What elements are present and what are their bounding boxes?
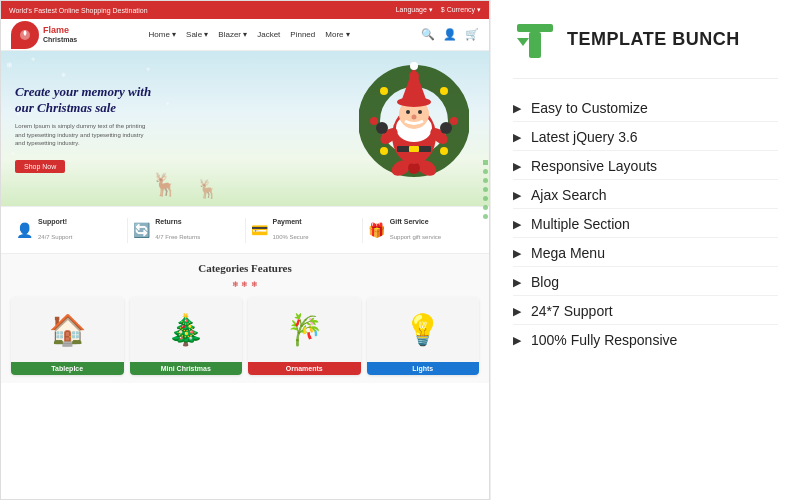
arrow-icon-5: ▶ <box>513 218 521 231</box>
currency-selector[interactable]: $ Currency ▾ <box>441 6 481 14</box>
category-ornaments[interactable]: 🎋 Ornaments <box>248 297 361 375</box>
feature-returns-sub: 4/7 Free Returns <box>155 234 200 240</box>
svg-rect-28 <box>517 24 553 32</box>
category-mini-christmas[interactable]: 🎄 Mini Christmas <box>130 297 243 375</box>
category-tableplace-img: 🏠 <box>11 297 124 362</box>
category-ornaments-label: Ornaments <box>248 362 361 375</box>
categories-title: Categories Features <box>11 262 479 274</box>
feature-returns-title: Returns <box>155 218 200 225</box>
feature-fully-responsive: ▶ 100% Fully Responsive <box>513 327 778 353</box>
right-panel: TEMPLATE BUNCH ▶ Easy to Customize ▶ Lat… <box>490 0 800 500</box>
logo-icon <box>11 21 39 49</box>
svg-rect-29 <box>529 32 541 58</box>
dot-decoration <box>483 160 488 219</box>
language-selector[interactable]: Language ▾ <box>396 6 433 14</box>
feature-label-1: Easy to Customize <box>531 100 648 116</box>
returns-icon: 🔄 <box>133 222 150 238</box>
category-christmas-label: Mini Christmas <box>130 362 243 375</box>
nav-jacket[interactable]: Jacket <box>257 30 280 39</box>
arrow-icon-7: ▶ <box>513 276 521 289</box>
feature-gift-title: Gift Service <box>390 218 441 225</box>
category-tableplace[interactable]: 🏠 Tableplce <box>11 297 124 375</box>
site-header: Flame Christmas Home ▾ Sale ▾ Blazer ▾ J… <box>1 19 489 51</box>
deer-left: 🦌 <box>151 172 178 198</box>
arrow-icon-4: ▶ <box>513 189 521 202</box>
feature-jquery: ▶ Latest jQuery 3.6 <box>513 124 778 151</box>
hero-section: ❄ ❄ ❄ ❄ ❄ ❄ ❄ ❄ Create your memory with … <box>1 51 489 206</box>
logo-text: Flame Christmas <box>43 26 77 44</box>
category-christmas-img: 🎄 <box>130 297 243 362</box>
nav-home[interactable]: Home ▾ <box>149 30 177 39</box>
nav-sale[interactable]: Sale ▾ <box>186 30 208 39</box>
category-ornaments-img: 🎋 <box>248 297 361 362</box>
tb-logo-text: TEMPLATE BUNCH <box>567 29 740 50</box>
feature-support: 👤 Support! 24/7 Support <box>11 218 128 243</box>
arrow-icon-8: ▶ <box>513 305 521 318</box>
feature-support-sub: 24/7 Support <box>38 234 72 240</box>
feature-label-3: Responsive Layouts <box>531 158 657 174</box>
user-icon[interactable]: 👤 <box>443 28 457 41</box>
feature-support-title: Support! <box>38 218 72 225</box>
site-navigation: Home ▾ Sale ▾ Blazer ▾ Jacket Pinned Mor… <box>149 30 350 39</box>
arrow-icon-2: ▶ <box>513 131 521 144</box>
arrow-icon-1: ▶ <box>513 102 521 115</box>
tb-logo-icon <box>513 20 557 58</box>
svg-point-18 <box>410 62 418 70</box>
feature-label-6: Mega Menu <box>531 245 605 261</box>
category-lights-label: Lights <box>367 362 480 375</box>
feature-easy-customize: ▶ Easy to Customize <box>513 95 778 122</box>
feature-payment-sub: 100% Secure <box>273 234 309 240</box>
payment-icon: 💳 <box>251 222 268 238</box>
gift-icon: 🎁 <box>368 222 385 238</box>
feature-label-2: Latest jQuery 3.6 <box>531 129 638 145</box>
feature-gift-sub: Support gift service <box>390 234 441 240</box>
divider <box>513 78 778 79</box>
site-logo: Flame Christmas <box>11 21 77 49</box>
feature-support-247: ▶ 24*7 Support <box>513 298 778 325</box>
feature-gift: 🎁 Gift Service Support gift service <box>363 218 479 243</box>
arrow-icon-6: ▶ <box>513 247 521 260</box>
hero-description: Lorem Ipsum is simply dummy text of the … <box>15 122 155 147</box>
cart-icon[interactable]: 🛒 <box>465 28 479 41</box>
category-lights[interactable]: 💡 Lights <box>367 297 480 375</box>
categories-section: Categories Features ❄ ❄ ❄ 🏠 Tableplce 🎄 … <box>1 254 489 383</box>
feature-mega-menu: ▶ Mega Menu <box>513 240 778 267</box>
deer-right: 🦌 <box>196 178 218 200</box>
categories-decoration: ❄ ❄ ❄ <box>11 280 479 289</box>
categories-grid: 🏠 Tableplce 🎄 Mini Christmas 🎋 Ornaments… <box>11 297 479 375</box>
support-icon: 👤 <box>16 222 33 238</box>
feature-blog: ▶ Blog <box>513 269 778 296</box>
feature-multiple-section: ▶ Multiple Section <box>513 211 778 238</box>
features-list: ▶ Easy to Customize ▶ Latest jQuery 3.6 … <box>513 95 778 353</box>
category-lights-img: 💡 <box>367 297 480 362</box>
site-topbar: World's Fastest Online Shopping Destinat… <box>1 1 489 19</box>
feature-responsive: ▶ Responsive Layouts <box>513 153 778 180</box>
templatebunch-logo: TEMPLATE BUNCH <box>513 20 778 58</box>
feature-label-8: 24*7 Support <box>531 303 613 319</box>
feature-label-5: Multiple Section <box>531 216 630 232</box>
feature-payment: 💳 Payment 100% Secure <box>246 218 363 243</box>
features-bar: 👤 Support! 24/7 Support 🔄 Returns 4/7 Fr… <box>1 206 489 254</box>
feature-label-7: Blog <box>531 274 559 290</box>
nav-more[interactable]: More ▾ <box>325 30 349 39</box>
search-icon[interactable]: 🔍 <box>421 28 435 41</box>
feature-label-9: 100% Fully Responsive <box>531 332 677 348</box>
feature-ajax: ▶ Ajax Search <box>513 182 778 209</box>
topbar-right: Language ▾ $ Currency ▾ <box>396 6 481 14</box>
category-tableplace-label: Tableplce <box>11 362 124 375</box>
website-preview: World's Fastest Online Shopping Destinat… <box>0 0 490 500</box>
shop-now-button[interactable]: Shop Now <box>15 160 65 173</box>
nav-blazer[interactable]: Blazer ▾ <box>218 30 247 39</box>
hero-content: Create your memory with our Christmas sa… <box>15 84 475 174</box>
svg-marker-30 <box>517 38 529 46</box>
hero-title: Create your memory with our Christmas sa… <box>15 84 475 118</box>
arrow-icon-3: ▶ <box>513 160 521 173</box>
feature-payment-title: Payment <box>273 218 309 225</box>
feature-label-4: Ajax Search <box>531 187 606 203</box>
nav-pinned[interactable]: Pinned <box>290 30 315 39</box>
header-icons: 🔍 👤 🛒 <box>421 28 479 41</box>
topbar-left-text: World's Fastest Online Shopping Destinat… <box>9 7 148 14</box>
arrow-icon-9: ▶ <box>513 334 521 347</box>
feature-returns: 🔄 Returns 4/7 Free Returns <box>128 218 245 243</box>
